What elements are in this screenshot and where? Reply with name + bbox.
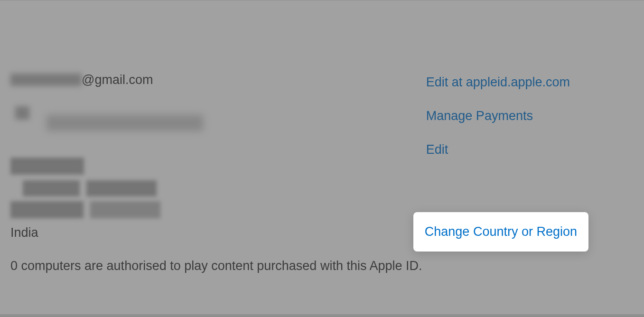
- redacted-text: [23, 180, 80, 196]
- redacted-address-block: [10, 158, 153, 226]
- change-country-highlight-box: Change Country or Region: [413, 212, 588, 252]
- content-area: @gmail.com India 0 computers are authori…: [0, 0, 644, 317]
- account-settings-panel: @gmail.com India 0 computers are authori…: [0, 0, 644, 317]
- redacted-text: [10, 201, 84, 218]
- authorized-computers-text: 0 computers are authorised to play conte…: [10, 259, 422, 273]
- redacted-text: [47, 115, 203, 131]
- redacted-text: [86, 180, 157, 196]
- manage-payments-link[interactable]: Manage Payments: [426, 109, 570, 123]
- bottom-edge: [0, 314, 644, 317]
- edit-at-appleid-link[interactable]: Edit at appleid.apple.com: [426, 75, 570, 90]
- country-region-value: India: [10, 225, 38, 240]
- account-info-column: @gmail.com: [10, 70, 153, 226]
- email-domain-suffix: @gmail.com: [82, 73, 153, 87]
- redacted-email-prefix: [10, 74, 82, 86]
- redacted-text: [10, 158, 84, 175]
- redacted-text: [90, 201, 160, 218]
- change-country-region-link[interactable]: Change Country or Region: [425, 224, 577, 239]
- edit-address-link[interactable]: Edit: [426, 142, 570, 157]
- account-actions-column: Edit at appleid.apple.com Manage Payment…: [426, 75, 570, 176]
- redacted-icon: [15, 106, 29, 120]
- apple-id-email-row: @gmail.com: [10, 70, 153, 89]
- redacted-payment-row: [10, 106, 153, 131]
